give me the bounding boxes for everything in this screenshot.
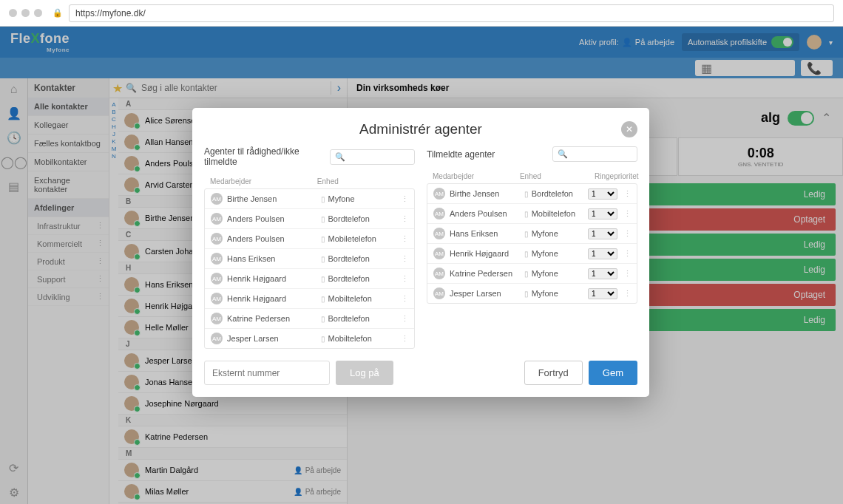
priority-select[interactable]: 1	[588, 228, 617, 239]
agent-row[interactable]: AMBirthe Jensen▯Bordtelefon1⋮	[427, 184, 637, 204]
agent-name: Hans Eriksen	[450, 229, 524, 238]
agent-row[interactable]: AMJesper Larsen▯Mobiltelefon⋮	[205, 329, 414, 348]
cancel-button[interactable]: Fortryd	[524, 361, 583, 385]
agent-row[interactable]: AMHans Eriksen▯Myfone1⋮	[427, 224, 637, 244]
agent-name: Katrine Pedersen	[450, 269, 524, 278]
device-icon: ▯	[321, 215, 325, 223]
more-icon[interactable]: ⋮	[623, 229, 631, 239]
agent-name: Henrik Højgaard	[450, 249, 524, 258]
col-device: Enhed	[317, 177, 409, 185]
device-icon: ▯	[321, 235, 325, 243]
modal-title: Administrér agenter ✕	[192, 108, 649, 146]
more-icon[interactable]: ⋮	[401, 294, 408, 304]
agent-name: Henrik Højgaard	[227, 294, 321, 303]
agent-row[interactable]: AMHenrik Højgaard▯Myfone1⋮	[427, 244, 637, 264]
avatar-badge: AM	[433, 208, 445, 219]
agent-row[interactable]: AMHenrik Højgaard▯Mobiltelefon⋮	[205, 289, 414, 309]
agent-row[interactable]: AMHans Eriksen▯Bordtelefon⋮	[205, 249, 414, 269]
logon-button[interactable]: Log på	[336, 361, 393, 385]
search-icon: 🔍	[558, 149, 568, 159]
avatar-badge: AM	[433, 268, 445, 279]
available-search[interactable]: 🔍	[330, 149, 415, 165]
agent-name: Anders Poulsen	[227, 234, 321, 243]
available-agents-column: Agenter til rådighed/ikke tilmeldte 🔍 Me…	[204, 146, 415, 349]
col-employee: Medarbejder	[433, 172, 520, 180]
device-icon: ▯	[524, 190, 529, 198]
device-icon: ▯	[524, 270, 529, 278]
agent-name: Jesper Larsen	[227, 334, 321, 343]
priority-select[interactable]: 1	[588, 268, 617, 279]
agent-row[interactable]: AMBirthe Jensen▯Myfone⋮	[205, 189, 414, 209]
col-employee: Medarbejder	[210, 177, 317, 185]
avatar-badge: AM	[211, 273, 223, 285]
search-icon: 🔍	[335, 152, 345, 162]
agent-name: Anders Poulsen	[450, 209, 524, 218]
more-icon[interactable]: ⋮	[401, 314, 408, 324]
save-button[interactable]: Gem	[589, 361, 637, 385]
avatar-badge: AM	[211, 333, 223, 344]
avatar-badge: AM	[211, 213, 223, 225]
priority-select[interactable]: 1	[588, 288, 617, 299]
avatar-badge: AM	[211, 253, 223, 265]
agent-name: Jesper Larsen	[450, 289, 524, 298]
priority-select[interactable]: 1	[588, 248, 617, 259]
agent-name: Henrik Højgaard	[227, 274, 321, 283]
avatar-badge: AM	[211, 313, 223, 324]
more-icon[interactable]: ⋮	[401, 214, 408, 224]
agent-name: Birthe Jensen	[450, 189, 524, 198]
device-icon: ▯	[321, 195, 325, 203]
agent-name: Hans Eriksen	[227, 254, 321, 263]
avatar-badge: AM	[433, 228, 445, 239]
agent-name: Katrine Pedersen	[227, 314, 321, 323]
url-bar[interactable]: https://myfone.dk/	[69, 4, 834, 22]
device-icon: ▯	[321, 275, 325, 283]
manage-agents-modal: Administrér agenter ✕ Agenter til rådigh…	[192, 108, 649, 397]
lock-icon: 🔒	[53, 8, 63, 18]
avatar-badge: AM	[433, 188, 445, 200]
priority-select[interactable]: 1	[588, 208, 617, 219]
agent-name: Birthe Jensen	[227, 194, 321, 203]
device-icon: ▯	[524, 290, 529, 298]
browser-chrome: 🔒 https://myfone.dk/	[0, 0, 843, 27]
more-icon[interactable]: ⋮	[623, 289, 631, 299]
close-icon[interactable]: ✕	[621, 121, 637, 137]
avatar-badge: AM	[211, 293, 223, 304]
agent-row[interactable]: AMKatrine Pedersen▯Bordtelefon⋮	[205, 309, 414, 329]
device-icon: ▯	[524, 210, 529, 218]
col-priority: Ringeprioritet	[595, 172, 632, 180]
device-icon: ▯	[524, 230, 529, 238]
enrolled-agents-column: Tilmeldte agenter 🔍 Medarbejder Enhed Ri…	[427, 146, 637, 349]
device-icon: ▯	[321, 335, 325, 343]
agent-row[interactable]: AMKatrine Pedersen▯Myfone1⋮	[427, 264, 637, 284]
more-icon[interactable]: ⋮	[623, 189, 631, 199]
priority-select[interactable]: 1	[588, 188, 617, 200]
more-icon[interactable]: ⋮	[401, 254, 408, 264]
avatar-badge: AM	[211, 193, 223, 205]
agent-row[interactable]: AMJesper Larsen▯Myfone1⋮	[427, 284, 637, 303]
available-label: Agenter til rådighed/ikke tilmeldte	[204, 146, 324, 167]
agent-row[interactable]: AMAnders Poulsen▯Mobiletelefon⋮	[205, 229, 414, 249]
enrolled-label: Tilmeldte agenter	[427, 149, 546, 160]
agent-row[interactable]: AMAnders Poulsen▯Mobiltelefon1⋮	[427, 204, 637, 224]
more-icon[interactable]: ⋮	[401, 274, 408, 284]
agent-row[interactable]: AMHenrik Højgaard▯Bordtelefon⋮	[205, 269, 414, 289]
more-icon[interactable]: ⋮	[401, 234, 408, 244]
device-icon: ▯	[321, 295, 325, 303]
enrolled-search[interactable]: 🔍	[552, 146, 637, 162]
more-icon[interactable]: ⋮	[623, 249, 631, 259]
device-icon: ▯	[524, 250, 529, 258]
avatar-badge: AM	[433, 248, 445, 259]
more-icon[interactable]: ⋮	[623, 209, 631, 219]
agent-name: Anders Poulsen	[227, 214, 321, 223]
avatar-badge: AM	[433, 287, 445, 299]
avatar-badge: AM	[211, 233, 223, 245]
more-icon[interactable]: ⋮	[401, 194, 408, 204]
device-icon: ▯	[321, 255, 325, 263]
agent-row[interactable]: AMAnders Poulsen▯Bordtelefon⋮	[205, 209, 414, 229]
external-number-input[interactable]	[204, 361, 330, 385]
window-controls	[9, 9, 42, 17]
col-device: Enhed	[520, 172, 595, 180]
device-icon: ▯	[321, 315, 325, 323]
more-icon[interactable]: ⋮	[401, 334, 408, 344]
more-icon[interactable]: ⋮	[623, 269, 631, 279]
